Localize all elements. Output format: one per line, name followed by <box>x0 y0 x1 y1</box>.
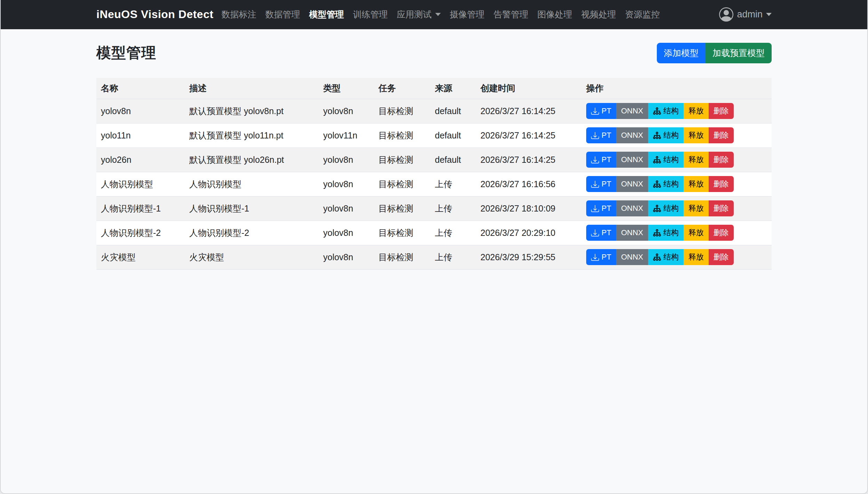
table-row: 人物识别模型-2 人物识别模型-2 yolov8n 目标检测 上传 2026/3… <box>96 221 772 245</box>
release-button[interactable]: 释放 <box>684 103 709 119</box>
download-icon <box>591 229 599 237</box>
cell-source: 上传 <box>430 245 476 269</box>
structure-button[interactable]: 结构 <box>648 225 684 241</box>
onnx-button-label: ONNX <box>621 155 643 164</box>
brand-link[interactable]: iNeuOS Vision Detect <box>96 8 214 21</box>
download-pt-button[interactable]: PT <box>586 225 616 241</box>
structure-button[interactable]: 结构 <box>648 103 684 119</box>
delete-button[interactable]: 删除 <box>709 176 734 192</box>
delete-button-label: 删除 <box>714 106 729 116</box>
onnx-button[interactable]: ONNX <box>616 249 648 265</box>
person-circle-icon <box>719 7 733 22</box>
download-pt-button[interactable]: PT <box>586 249 616 265</box>
release-button[interactable]: 释放 <box>684 127 709 143</box>
nav-item-data-annotation[interactable]: 数据标注 <box>217 9 261 20</box>
structure-button[interactable]: 结构 <box>648 127 684 143</box>
cell-source: default <box>430 99 476 123</box>
download-icon <box>591 132 599 140</box>
cell-source: 上传 <box>430 196 476 221</box>
pt-button-label: PT <box>602 106 611 115</box>
cell-name: yolov8n <box>96 99 185 123</box>
onnx-button[interactable]: ONNX <box>616 176 648 192</box>
delete-button[interactable]: 删除 <box>709 225 734 241</box>
cell-type: yolov8n <box>319 148 374 172</box>
onnx-button[interactable]: ONNX <box>616 152 648 168</box>
pt-button-label: PT <box>602 131 611 140</box>
release-button-label: 释放 <box>688 154 704 165</box>
onnx-button[interactable]: ONNX <box>616 225 648 241</box>
structure-button[interactable]: 结构 <box>648 176 684 192</box>
nav-item-video-processing[interactable]: 视频处理 <box>577 9 621 20</box>
download-icon <box>591 107 599 115</box>
cell-name: 火灾模型 <box>96 245 185 269</box>
column-header-task: 任务 <box>374 78 430 99</box>
delete-button[interactable]: 删除 <box>709 103 734 119</box>
download-icon <box>591 156 599 164</box>
download-pt-button[interactable]: PT <box>586 152 616 168</box>
release-button[interactable]: 释放 <box>684 249 709 265</box>
table-row: yolov8n 默认预置模型 yolov8n.pt yolov8n 目标检测 d… <box>96 99 772 123</box>
download-pt-button[interactable]: PT <box>586 103 616 119</box>
onnx-button-label: ONNX <box>621 131 643 140</box>
release-button-label: 释放 <box>688 228 704 238</box>
structure-button[interactable]: 结构 <box>648 249 684 265</box>
nav-item-label: 告警管理 <box>494 9 528 20</box>
nav-item-label: 数据标注 <box>222 9 256 20</box>
table-row: 火灾模型 火灾模型 yolov8n 目标检测 上传 2026/3/29 15:2… <box>96 245 772 269</box>
diagram-icon <box>653 156 661 164</box>
release-button[interactable]: 释放 <box>684 176 709 192</box>
release-button[interactable]: 释放 <box>684 225 709 241</box>
nav-item-resource-monitor[interactable]: 资源监控 <box>621 9 664 20</box>
delete-button[interactable]: 删除 <box>709 249 734 265</box>
add-model-button[interactable]: 添加模型 <box>657 43 706 63</box>
download-pt-button[interactable]: PT <box>586 176 616 192</box>
app-window: iNeuOS Vision Detect 数据标注数据管理模型管理训练管理应用测… <box>0 0 868 494</box>
onnx-button-label: ONNX <box>621 106 643 115</box>
nav-item-training-management[interactable]: 训练管理 <box>349 9 392 20</box>
download-pt-button[interactable]: PT <box>586 127 616 143</box>
nav-item-app-test[interactable]: 应用测试 <box>392 9 445 20</box>
onnx-button[interactable]: ONNX <box>616 127 648 143</box>
table-row: yolo11n 默认预置模型 yolo11n.pt yolov11n 目标检测 … <box>96 123 772 148</box>
table-row: 人物识别模型-1 人物识别模型-1 yolov8n 目标检测 上传 2026/3… <box>96 196 772 221</box>
nav-item-label: 应用测试 <box>397 9 432 20</box>
release-button-label: 释放 <box>688 252 704 262</box>
nav-item-model-management[interactable]: 模型管理 <box>305 9 349 20</box>
release-button[interactable]: 释放 <box>684 152 709 168</box>
top-actions: 添加模型 加载预置模型 <box>657 43 772 63</box>
delete-button[interactable]: 删除 <box>709 152 734 168</box>
load-preset-model-button[interactable]: 加载预置模型 <box>706 43 772 63</box>
cell-actions: PT ONNX 结构 释放 <box>582 196 772 221</box>
cell-source: 上传 <box>430 221 476 245</box>
onnx-button-label: ONNX <box>621 253 643 262</box>
release-button[interactable]: 释放 <box>684 200 709 216</box>
pt-button-label: PT <box>602 228 611 237</box>
nav-item-alarm-management[interactable]: 告警管理 <box>489 9 533 20</box>
cell-task: 目标检测 <box>374 245 430 269</box>
cell-actions: PT ONNX 结构 释放 <box>582 148 772 172</box>
release-button-label: 释放 <box>688 106 704 116</box>
nav-item-camera-management[interactable]: 摄像管理 <box>445 9 489 20</box>
cell-source: default <box>430 148 476 172</box>
download-pt-button[interactable]: PT <box>586 200 616 216</box>
onnx-button[interactable]: ONNX <box>616 200 648 216</box>
diagram-icon <box>653 205 661 213</box>
cell-task: 目标检测 <box>374 172 430 196</box>
cell-name: 人物识别模型-2 <box>96 221 185 245</box>
diagram-icon <box>653 107 661 115</box>
structure-button[interactable]: 结构 <box>648 152 684 168</box>
page-title: 模型管理 <box>96 43 156 63</box>
cell-description: 默认预置模型 yolo26n.pt <box>185 148 319 172</box>
structure-button-label: 结构 <box>663 252 679 262</box>
username-label: admin <box>737 9 763 20</box>
user-menu-button[interactable]: admin <box>719 7 772 22</box>
nav-item-image-processing[interactable]: 图像处理 <box>533 9 577 20</box>
onnx-button[interactable]: ONNX <box>616 103 648 119</box>
nav-item-data-management[interactable]: 数据管理 <box>261 9 305 20</box>
cell-type: yolov8n <box>319 196 374 221</box>
delete-button[interactable]: 删除 <box>709 200 734 216</box>
structure-button[interactable]: 结构 <box>648 200 684 216</box>
delete-button[interactable]: 删除 <box>709 127 734 143</box>
table-row: 人物识别模型 人物识别模型 yolov8n 目标检测 上传 2026/3/27 … <box>96 172 772 196</box>
cell-type: yolov8n <box>319 99 374 123</box>
